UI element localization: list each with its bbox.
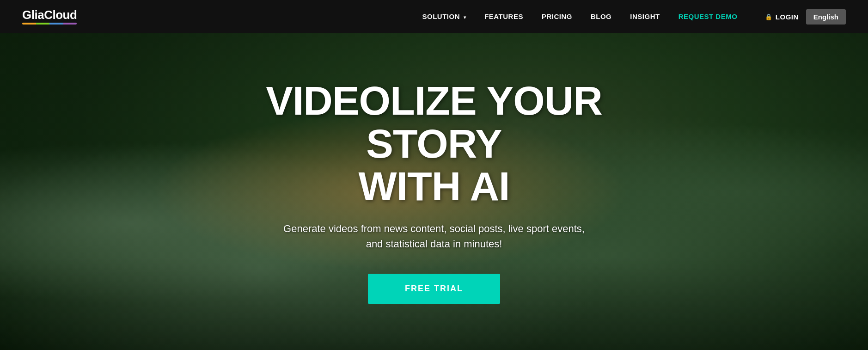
nav-link-blog[interactable]: BLOG — [591, 12, 611, 20]
language-selector[interactable]: English — [806, 9, 846, 25]
nav-link-solution[interactable]: SOLUTION ▾ — [422, 12, 466, 20]
logo-text: GliaCloud — [22, 9, 77, 21]
nav-item-features[interactable]: FEATURES — [484, 12, 523, 21]
hero-content: VIDEOLIZE YOUR STORY WITH AI Generate vi… — [226, 80, 642, 303]
nav-item-pricing[interactable]: PRICING — [542, 12, 572, 21]
nav-item-blog[interactable]: BLOG — [591, 12, 611, 21]
nav-link-request-demo[interactable]: REQUEST DEMO — [679, 12, 738, 20]
lock-icon: 🔒 — [765, 13, 773, 20]
hero-title: VIDEOLIZE YOUR STORY WITH AI — [235, 80, 633, 208]
navbar: GliaCloud SOLUTION ▾ FEATURES PRICING BL… — [0, 0, 868, 33]
chevron-down-icon: ▾ — [464, 15, 466, 20]
nav-link-insight[interactable]: INSIGHT — [630, 12, 660, 20]
nav-link-pricing[interactable]: PRICING — [542, 12, 572, 20]
nav-item-insight[interactable]: INSIGHT — [630, 12, 660, 21]
logo[interactable]: GliaCloud — [22, 9, 77, 25]
nav-item-solution[interactable]: SOLUTION ▾ — [422, 12, 466, 21]
nav-right: 🔒 LOGIN English — [765, 9, 846, 25]
nav-item-request-demo[interactable]: REQUEST DEMO — [679, 12, 738, 21]
logo-underline — [22, 23, 77, 25]
hero-section: VIDEOLIZE YOUR STORY WITH AI Generate vi… — [0, 33, 868, 350]
free-trial-button[interactable]: FREE TRIAL — [368, 274, 500, 304]
login-button[interactable]: 🔒 LOGIN — [765, 13, 799, 21]
hero-subtitle: Generate videos from news content, socia… — [258, 221, 610, 252]
nav-links: SOLUTION ▾ FEATURES PRICING BLOG INSIGHT… — [422, 12, 738, 21]
nav-link-features[interactable]: FEATURES — [484, 12, 523, 20]
